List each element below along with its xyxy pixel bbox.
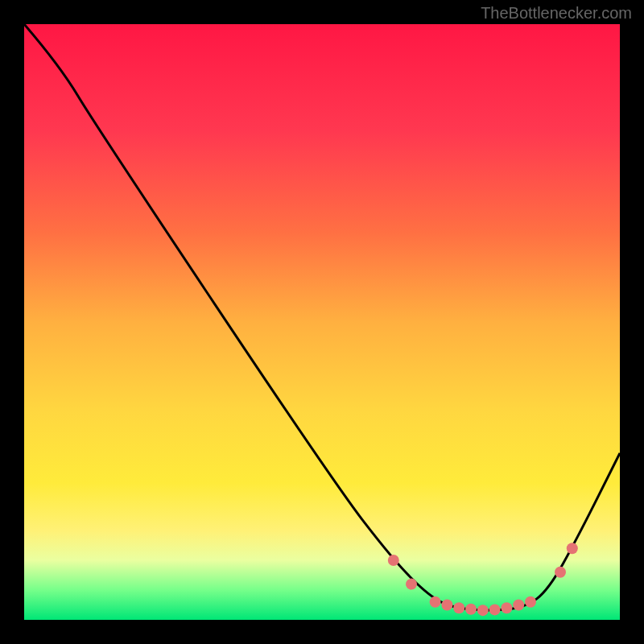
data-marker bbox=[555, 567, 566, 578]
watermark-text: TheBottlenecker.com bbox=[481, 4, 632, 23]
data-markers bbox=[388, 543, 578, 616]
chart-area bbox=[24, 24, 620, 620]
data-marker bbox=[441, 600, 452, 611]
chart-svg bbox=[24, 24, 620, 620]
data-marker bbox=[406, 579, 417, 590]
data-marker bbox=[430, 597, 441, 608]
data-marker bbox=[465, 604, 477, 615]
data-marker bbox=[477, 605, 489, 616]
bottleneck-curve bbox=[24, 24, 620, 610]
data-marker bbox=[513, 600, 524, 611]
data-marker bbox=[567, 543, 578, 554]
data-marker bbox=[388, 555, 399, 566]
data-marker bbox=[501, 602, 512, 613]
data-marker bbox=[489, 604, 501, 615]
data-marker bbox=[525, 597, 536, 608]
data-marker bbox=[453, 602, 464, 613]
